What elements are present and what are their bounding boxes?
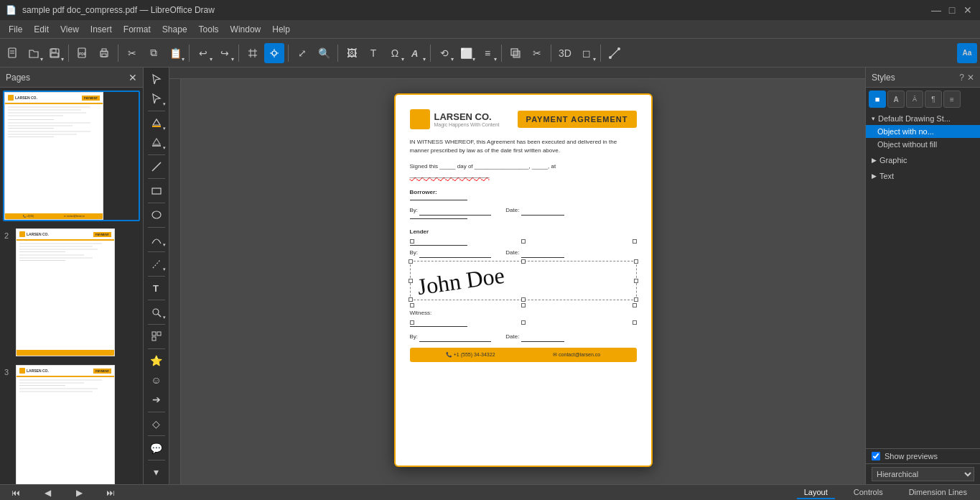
- tool-separator-2: [148, 154, 165, 155]
- connector-tool[interactable]: ▾: [146, 255, 167, 273]
- redo-button[interactable]: ↪▾: [215, 43, 235, 63]
- maximize-button[interactable]: □: [946, 4, 958, 17]
- style-tab-character2[interactable]: Ā: [906, 91, 923, 108]
- menu-file[interactable]: File: [3, 23, 28, 36]
- go-first-page[interactable]: ⏮: [6, 483, 26, 501]
- basic-shapes-button[interactable]: ◻▾: [577, 43, 597, 63]
- status-tab-layout[interactable]: Layout: [797, 486, 835, 499]
- doc-company-name: LARSEN CO.: [434, 111, 500, 122]
- pages-list[interactable]: 1 LARSEN CO. PAYMENT: [0, 88, 143, 484]
- tab-order-tool[interactable]: [146, 328, 167, 346]
- page-thumb-3[interactable]: 3 LARSEN CO. PAYMENT: [14, 364, 140, 484]
- svg-point-15: [272, 51, 276, 55]
- insert-special-char[interactable]: Ω▾: [385, 43, 405, 63]
- shadow-button[interactable]: [505, 43, 526, 63]
- status-tab-dimension-lines[interactable]: Dimension Lines: [902, 486, 974, 499]
- style-tab-paragraph[interactable]: ¶: [925, 91, 942, 108]
- svg-text:PDF: PDF: [79, 52, 86, 56]
- copy-button[interactable]: ⧉: [144, 43, 164, 63]
- style-category-default-header[interactable]: ▾ Default Drawing St...: [866, 112, 980, 125]
- pan-zoom-button[interactable]: ⤢: [292, 43, 312, 63]
- arrange-button[interactable]: ⬜▾: [456, 43, 476, 63]
- select-tool[interactable]: [146, 70, 167, 88]
- grid-toggle[interactable]: [243, 43, 263, 63]
- block-arrow-tool[interactable]: ➔: [146, 391, 167, 409]
- styles-list[interactable]: ▾ Default Drawing St... Object with no..…: [866, 111, 980, 448]
- menu-view[interactable]: View: [55, 23, 85, 36]
- menu-tools[interactable]: Tools: [193, 23, 225, 36]
- insert-image-button[interactable]: 🖼: [342, 43, 362, 63]
- page-thumb-1[interactable]: 1 LARSEN CO. PAYMENT: [3, 91, 140, 221]
- titlebar-left: 📄 sample pdf doc_compress.pdf — LibreOff…: [6, 5, 215, 15]
- text-tool[interactable]: T: [146, 279, 167, 297]
- save-button[interactable]: ▾: [45, 43, 65, 63]
- more-tools[interactable]: ▾: [146, 463, 167, 481]
- toggle-extrusion[interactable]: 3D: [555, 43, 575, 63]
- toolbar-separator-6: [337, 45, 338, 62]
- connector-button[interactable]: [605, 43, 625, 63]
- menu-format[interactable]: Format: [118, 23, 157, 36]
- export-pdf-button[interactable]: PDF: [73, 43, 93, 63]
- fill-color-tool[interactable]: ▾: [146, 114, 167, 132]
- styles-tabs: ■ A Ā ¶ ≡: [866, 88, 980, 111]
- curve-tool[interactable]: ▾: [146, 231, 167, 249]
- close-button[interactable]: ✕: [961, 4, 974, 17]
- menu-window[interactable]: Window: [225, 23, 267, 36]
- menu-insert[interactable]: Insert: [85, 23, 118, 36]
- canvas-scroll[interactable]: LARSEN CO. Magic Happens With Content PA…: [181, 79, 865, 484]
- symbol-tool[interactable]: ☺: [146, 371, 167, 389]
- print-button[interactable]: [94, 43, 114, 63]
- snap-toggle[interactable]: [264, 43, 284, 63]
- insert-textbox-button[interactable]: T: [363, 43, 383, 63]
- style-category-default-label: Default Drawing St...: [878, 114, 951, 123]
- flowchart-tool[interactable]: ◇: [146, 415, 167, 432]
- tool-separator-1: [148, 111, 165, 111]
- paste-button[interactable]: 📋▾: [165, 43, 185, 63]
- ellipse-tool[interactable]: [146, 206, 167, 224]
- show-previews-checkbox[interactable]: [872, 452, 880, 460]
- zoom-button[interactable]: 🔍: [314, 43, 334, 63]
- style-category-text-header[interactable]: ▶ Text: [866, 170, 980, 182]
- style-tab-character[interactable]: A: [887, 91, 905, 108]
- doc-witness-section: Witness: By: Date:: [410, 309, 637, 342]
- style-item-no-fill-no-line[interactable]: Object with no...: [866, 125, 980, 138]
- zoom-tool[interactable]: ▾: [146, 303, 167, 321]
- page-thumb-2[interactable]: 2 LARSEN CO. PAYMENT: [14, 227, 140, 358]
- transform-button[interactable]: ⟲▾: [434, 43, 454, 63]
- star-tool[interactable]: ⭐: [146, 352, 167, 370]
- tool-separator-8: [148, 300, 165, 300]
- menu-shape[interactable]: Shape: [157, 23, 193, 36]
- open-button[interactable]: ▾: [24, 43, 44, 63]
- titlebar-controls[interactable]: — □ ✕: [930, 4, 974, 17]
- cut-button[interactable]: ✂: [122, 43, 142, 63]
- select-with-context[interactable]: ▾: [146, 90, 167, 108]
- style-tab-list[interactable]: ≡: [943, 91, 961, 108]
- rectangle-tool[interactable]: [146, 182, 167, 200]
- doc-witness-label: Witness:: [410, 309, 637, 318]
- menu-help[interactable]: Help: [266, 23, 296, 36]
- styles-dropdown-select[interactable]: Hierarchical All Styles Applied Styles C…: [872, 467, 974, 481]
- doc-logo-box: [410, 109, 430, 129]
- go-last-page[interactable]: ⏭: [101, 483, 121, 501]
- insert-fontwork[interactable]: A ▾: [406, 43, 426, 63]
- crop-button[interactable]: ✂: [527, 43, 547, 63]
- line-color-tool[interactable]: ▾: [146, 134, 167, 152]
- style-tab-graphics[interactable]: ■: [869, 91, 886, 108]
- menu-edit[interactable]: Edit: [28, 23, 55, 36]
- align-button[interactable]: ≡▾: [477, 43, 498, 63]
- style-item-no-fill[interactable]: Object without fill: [866, 138, 980, 151]
- style-category-graphic-header[interactable]: ▶ Graphic: [866, 154, 980, 167]
- go-prev-page[interactable]: ◀: [37, 483, 57, 501]
- undo-button[interactable]: ↩▾: [193, 43, 213, 63]
- new-button[interactable]: [3, 43, 23, 63]
- status-tab-controls[interactable]: Controls: [846, 486, 890, 499]
- line-tool[interactable]: [146, 157, 167, 175]
- styles-panel-toggle[interactable]: Aa: [957, 43, 977, 63]
- styles-help-button[interactable]: ?: [959, 73, 964, 83]
- minimize-button[interactable]: —: [930, 4, 943, 17]
- callout-tool[interactable]: 💬: [146, 439, 167, 457]
- pages-panel-close[interactable]: ✕: [129, 72, 137, 83]
- handle-sig-br: [634, 297, 638, 302]
- styles-close-button[interactable]: ✕: [967, 73, 974, 83]
- go-next-page[interactable]: ▶: [69, 483, 89, 501]
